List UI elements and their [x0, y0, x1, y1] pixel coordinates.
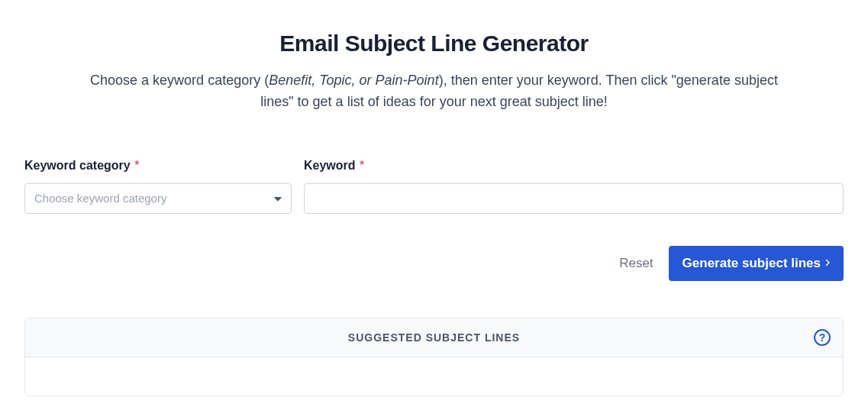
keyword-input[interactable] [304, 183, 844, 214]
page-header: Email Subject Line Generator Choose a ke… [24, 31, 844, 113]
label-text: Keyword category [24, 159, 131, 172]
help-icon[interactable]: ? [814, 329, 831, 346]
page-title: Email Subject Line Generator [24, 31, 844, 57]
label-text: Keyword [304, 159, 356, 172]
form-row: Keyword category * Choose keyword catego… [24, 159, 844, 214]
keyword-group: Keyword * [304, 159, 844, 214]
keyword-category-select-wrapper: Choose keyword category [24, 183, 292, 214]
required-mark: * [360, 159, 364, 172]
results-body [25, 357, 843, 396]
subtitle-text-emphasis: Benefit, Topic, or Pain-Point [269, 73, 438, 88]
generate-button-label: Generate subject lines [682, 256, 821, 271]
reset-button[interactable]: Reset [619, 256, 653, 271]
results-panel: SUGGESTED SUBJECT LINES ? [24, 318, 844, 396]
caret-right-icon [825, 258, 830, 269]
generate-button[interactable]: Generate subject lines [669, 246, 844, 281]
keyword-category-select[interactable]: Choose keyword category [24, 183, 292, 214]
results-title: SUGGESTED SUBJECT LINES [348, 331, 520, 344]
keyword-label: Keyword * [304, 159, 844, 173]
keyword-category-label: Keyword category * [24, 159, 292, 173]
required-mark: * [134, 159, 139, 172]
results-header: SUGGESTED SUBJECT LINES ? [25, 318, 843, 357]
keyword-category-group: Keyword category * Choose keyword catego… [24, 159, 292, 214]
page-subtitle: Choose a keyword category (Benefit, Topi… [83, 70, 786, 113]
subtitle-text-pre: Choose a keyword category ( [90, 73, 269, 88]
actions-row: Reset Generate subject lines [24, 246, 844, 281]
select-placeholder: Choose keyword category [34, 192, 166, 205]
